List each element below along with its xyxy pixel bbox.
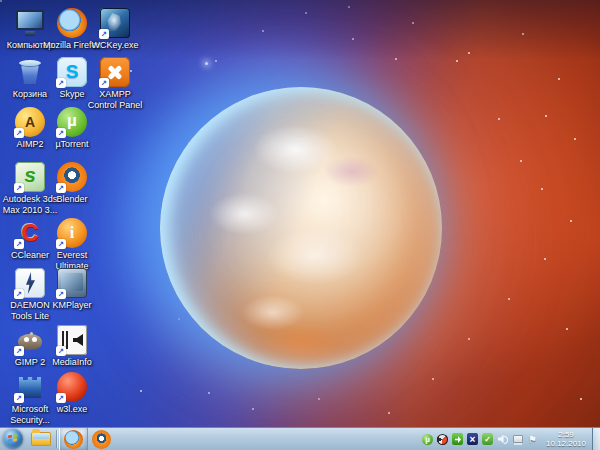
explorer-folder-icon <box>31 432 51 446</box>
xampp-icon <box>100 57 130 87</box>
autodesk-3dsmax-icon <box>15 162 45 192</box>
shortcut-arrow-icon <box>56 346 66 356</box>
desktop-icon-label: Skype <box>59 89 84 100</box>
everest-icon <box>57 218 87 248</box>
shortcut-arrow-icon <box>56 128 66 138</box>
shortcut-arrow-icon <box>14 239 24 249</box>
shortcut-arrow-icon <box>56 393 66 403</box>
shortcut-arrow-icon <box>14 289 24 299</box>
desktop-icon-label: GIMP 2 <box>15 357 45 368</box>
gimp-icon <box>15 325 45 355</box>
desktop-icon-everest[interactable]: Everest Ultimate <box>43 218 101 272</box>
clock-time: 2:59 <box>542 430 590 439</box>
desktop-icon-mediainfo[interactable]: MediaInfo <box>43 325 101 368</box>
desktop-icon-grid: КомпьютерMozilla FirefoxWCKey.exeКорзина… <box>0 0 600 428</box>
start-button[interactable] <box>0 428 27 450</box>
firefox-taskbar-button[interactable] <box>59 428 88 450</box>
kmplayer-icon <box>57 268 87 298</box>
desktop-icon-label: w3l.exe <box>57 404 88 415</box>
shortcut-arrow-icon <box>14 346 24 356</box>
volume-icon[interactable] <box>496 432 509 446</box>
shortcut-arrow-icon <box>14 183 24 193</box>
utorrent-tray-icon[interactable] <box>421 432 434 446</box>
desktop-icon-label: Корзина <box>13 89 47 100</box>
desktop-icon-xampp[interactable]: XAMPP Control Panel <box>86 57 144 111</box>
windows-logo-icon <box>3 429 23 449</box>
desktop-icon-label: MediaInfo <box>52 357 92 368</box>
mediainfo-icon <box>57 325 87 355</box>
desktop-icon-wckey[interactable]: WCKey.exe <box>86 8 144 51</box>
taskbar-clock[interactable]: 2:59 10.12.2010 <box>542 430 590 448</box>
desktop-icon-label: Blender <box>56 194 87 205</box>
blender-taskbar-button[interactable] <box>88 428 115 450</box>
kmplayer-tray-icon[interactable] <box>466 432 479 446</box>
taskbar-left <box>0 428 115 450</box>
action-center-flag-icon[interactable] <box>526 432 539 446</box>
show-desktop-button[interactable] <box>592 428 600 450</box>
security-tray-icon[interactable] <box>481 432 494 446</box>
daemon-tools-tray-icon[interactable] <box>436 432 449 446</box>
aimp2-icon <box>15 107 45 137</box>
shortcut-arrow-icon <box>56 289 66 299</box>
utorrent-icon <box>57 107 87 137</box>
daemon-tools-icon <box>15 268 45 298</box>
firefox-icon <box>64 430 83 449</box>
skype-icon <box>57 57 87 87</box>
shortcut-arrow-icon <box>99 29 109 39</box>
wckey-icon <box>100 8 130 38</box>
desktop-icon-utorrent[interactable]: µTorrent <box>43 107 101 150</box>
desktop-icon-label: µTorrent <box>55 139 88 150</box>
desktop-icon-kmplayer[interactable]: KMPlayer <box>43 268 101 311</box>
shortcut-arrow-icon <box>14 128 24 138</box>
recycle-bin-icon <box>15 57 45 87</box>
download-tray-icon[interactable] <box>451 432 464 446</box>
desktop-icon-label: KMPlayer <box>52 300 91 311</box>
taskbar-separator <box>56 430 57 448</box>
shortcut-arrow-icon <box>56 183 66 193</box>
system-tray <box>421 432 539 446</box>
shortcut-arrow-icon <box>56 78 66 88</box>
desktop-icon-label: WCKey.exe <box>92 40 139 51</box>
desktop-icon-label: AIMP2 <box>16 139 43 150</box>
shortcut-arrow-icon <box>99 78 109 88</box>
clock-date: 10.12.2010 <box>542 439 590 448</box>
desktop-icon-blender[interactable]: Blender <box>43 162 101 205</box>
computer-icon <box>15 8 45 38</box>
network-icon[interactable] <box>511 432 524 446</box>
desktop-icon-w3l[interactable]: w3l.exe <box>43 372 101 415</box>
blender-icon <box>57 162 87 192</box>
taskbar-right: 2:59 10.12.2010 <box>421 428 600 450</box>
blender-icon <box>92 430 111 449</box>
taskbar: 2:59 10.12.2010 <box>0 427 600 450</box>
firefox-icon <box>57 8 87 38</box>
ms-security-icon <box>15 372 45 402</box>
explorer-taskbar-button[interactable] <box>27 428 54 450</box>
ccleaner-icon <box>15 218 45 248</box>
shortcut-arrow-icon <box>14 393 24 403</box>
w3l-icon <box>57 372 87 402</box>
shortcut-arrow-icon <box>56 239 66 249</box>
